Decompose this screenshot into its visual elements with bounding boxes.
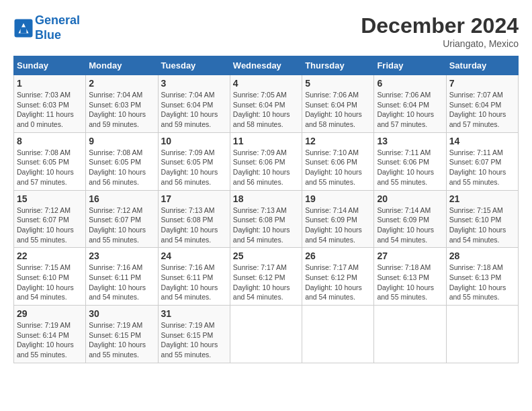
day-info: Sunrise: 7:08 AM Sunset: 6:05 PM Dayligh…	[89, 148, 154, 187]
table-row: 29Sunrise: 7:19 AM Sunset: 6:14 PM Dayli…	[14, 306, 86, 363]
day-number: 28	[449, 250, 515, 261]
day-number: 8	[17, 136, 83, 146]
table-row: 4Sunrise: 7:05 AM Sunset: 6:04 PM Daylig…	[230, 75, 302, 133]
svg-rect-2	[21, 27, 27, 33]
table-row: 6Sunrise: 7:06 AM Sunset: 6:04 PM Daylig…	[374, 75, 446, 133]
logo-icon	[13, 18, 34, 38]
table-row	[302, 306, 374, 363]
calendar-week-row: 15Sunrise: 7:12 AM Sunset: 6:07 PM Dayli…	[14, 190, 519, 248]
day-info: Sunrise: 7:11 AM Sunset: 6:06 PM Dayligh…	[377, 148, 443, 187]
table-row: 17Sunrise: 7:13 AM Sunset: 6:08 PM Dayli…	[158, 190, 230, 248]
table-row: 28Sunrise: 7:18 AM Sunset: 6:13 PM Dayli…	[446, 248, 518, 306]
logo-line2: Blue	[35, 28, 61, 42]
table-row: 13Sunrise: 7:11 AM Sunset: 6:06 PM Dayli…	[374, 132, 446, 190]
day-number: 3	[161, 78, 227, 89]
day-info: Sunrise: 7:13 AM Sunset: 6:08 PM Dayligh…	[161, 205, 227, 245]
calendar-table: Sunday Monday Tuesday Wednesday Thursday…	[13, 56, 519, 363]
day-number: 27	[377, 250, 443, 261]
day-number: 9	[89, 136, 154, 146]
day-number: 4	[233, 78, 299, 89]
day-info: Sunrise: 7:14 AM Sunset: 6:09 PM Dayligh…	[377, 205, 443, 245]
table-row: 10Sunrise: 7:09 AM Sunset: 6:05 PM Dayli…	[158, 132, 230, 190]
day-info: Sunrise: 7:18 AM Sunset: 6:13 PM Dayligh…	[449, 263, 515, 302]
header-monday: Monday	[86, 56, 158, 75]
day-number: 26	[305, 250, 371, 261]
day-info: Sunrise: 7:15 AM Sunset: 6:10 PM Dayligh…	[449, 205, 515, 245]
day-info: Sunrise: 7:13 AM Sunset: 6:08 PM Dayligh…	[233, 205, 299, 245]
table-row: 2Sunrise: 7:04 AM Sunset: 6:03 PM Daylig…	[86, 75, 158, 133]
day-number: 22	[17, 250, 83, 261]
day-info: Sunrise: 7:08 AM Sunset: 6:05 PM Dayligh…	[17, 148, 83, 187]
day-info: Sunrise: 7:17 AM Sunset: 6:12 PM Dayligh…	[305, 263, 371, 302]
table-row: 25Sunrise: 7:17 AM Sunset: 6:12 PM Dayli…	[230, 248, 302, 306]
day-info: Sunrise: 7:19 AM Sunset: 6:15 PM Dayligh…	[89, 320, 154, 360]
day-number: 5	[305, 78, 371, 89]
day-info: Sunrise: 7:19 AM Sunset: 6:14 PM Dayligh…	[17, 320, 83, 360]
day-number: 14	[449, 136, 515, 146]
day-number: 13	[377, 136, 443, 146]
day-number: 19	[305, 193, 371, 204]
table-row: 18Sunrise: 7:13 AM Sunset: 6:08 PM Dayli…	[230, 190, 302, 248]
table-row: 26Sunrise: 7:17 AM Sunset: 6:12 PM Dayli…	[302, 248, 374, 306]
day-info: Sunrise: 7:06 AM Sunset: 6:04 PM Dayligh…	[305, 90, 371, 130]
page-header: General Blue December 2024 Uriangato, Me…	[13, 13, 519, 49]
day-number: 12	[305, 136, 371, 146]
table-row: 24Sunrise: 7:16 AM Sunset: 6:11 PM Dayli…	[158, 248, 230, 306]
header-saturday: Saturday	[446, 56, 518, 75]
day-info: Sunrise: 7:03 AM Sunset: 6:03 PM Dayligh…	[17, 90, 83, 130]
table-row: 3Sunrise: 7:04 AM Sunset: 6:04 PM Daylig…	[158, 75, 230, 133]
calendar-week-row: 29Sunrise: 7:19 AM Sunset: 6:14 PM Dayli…	[14, 306, 519, 363]
day-info: Sunrise: 7:12 AM Sunset: 6:07 PM Dayligh…	[17, 205, 83, 245]
day-info: Sunrise: 7:04 AM Sunset: 6:04 PM Dayligh…	[161, 90, 227, 130]
day-number: 10	[161, 136, 227, 146]
header-thursday: Thursday	[302, 56, 374, 75]
table-row	[230, 306, 302, 363]
day-number: 2	[89, 78, 154, 89]
day-info: Sunrise: 7:16 AM Sunset: 6:11 PM Dayligh…	[161, 263, 227, 302]
day-number: 31	[161, 308, 227, 319]
table-row: 11Sunrise: 7:09 AM Sunset: 6:06 PM Dayli…	[230, 132, 302, 190]
day-info: Sunrise: 7:11 AM Sunset: 6:07 PM Dayligh…	[449, 148, 515, 187]
table-row	[446, 306, 518, 363]
day-info: Sunrise: 7:10 AM Sunset: 6:06 PM Dayligh…	[305, 148, 371, 187]
header-friday: Friday	[374, 56, 446, 75]
day-number: 29	[17, 308, 83, 319]
table-row: 30Sunrise: 7:19 AM Sunset: 6:15 PM Dayli…	[86, 306, 158, 363]
day-info: Sunrise: 7:12 AM Sunset: 6:07 PM Dayligh…	[89, 205, 154, 245]
day-info: Sunrise: 7:15 AM Sunset: 6:10 PM Dayligh…	[17, 263, 83, 302]
day-info: Sunrise: 7:14 AM Sunset: 6:09 PM Dayligh…	[305, 205, 371, 245]
day-info: Sunrise: 7:09 AM Sunset: 6:06 PM Dayligh…	[233, 148, 299, 187]
table-row: 7Sunrise: 7:07 AM Sunset: 6:04 PM Daylig…	[446, 75, 518, 133]
day-number: 23	[89, 250, 154, 261]
table-row: 1Sunrise: 7:03 AM Sunset: 6:03 PM Daylig…	[14, 75, 86, 133]
month-title: December 2024	[361, 13, 519, 38]
calendar-header-row: Sunday Monday Tuesday Wednesday Thursday…	[14, 56, 519, 75]
title-block: December 2024 Uriangato, Mexico	[361, 13, 519, 49]
table-row: 22Sunrise: 7:15 AM Sunset: 6:10 PM Dayli…	[14, 248, 86, 306]
day-info: Sunrise: 7:19 AM Sunset: 6:15 PM Dayligh…	[161, 320, 227, 360]
day-number: 11	[233, 136, 299, 146]
table-row: 9Sunrise: 7:08 AM Sunset: 6:05 PM Daylig…	[86, 132, 158, 190]
day-number: 17	[161, 193, 227, 204]
location: Uriangato, Mexico	[361, 38, 519, 49]
day-number: 7	[449, 78, 515, 89]
table-row: 14Sunrise: 7:11 AM Sunset: 6:07 PM Dayli…	[446, 132, 518, 190]
day-number: 21	[449, 193, 515, 204]
calendar-week-row: 1Sunrise: 7:03 AM Sunset: 6:03 PM Daylig…	[14, 75, 519, 133]
day-info: Sunrise: 7:18 AM Sunset: 6:13 PM Dayligh…	[377, 263, 443, 302]
header-tuesday: Tuesday	[158, 56, 230, 75]
table-row: 23Sunrise: 7:16 AM Sunset: 6:11 PM Dayli…	[86, 248, 158, 306]
table-row: 19Sunrise: 7:14 AM Sunset: 6:09 PM Dayli…	[302, 190, 374, 248]
day-info: Sunrise: 7:07 AM Sunset: 6:04 PM Dayligh…	[449, 90, 515, 130]
day-number: 6	[377, 78, 443, 89]
table-row: 31Sunrise: 7:19 AM Sunset: 6:15 PM Dayli…	[158, 306, 230, 363]
day-info: Sunrise: 7:09 AM Sunset: 6:05 PM Dayligh…	[161, 148, 227, 187]
day-info: Sunrise: 7:06 AM Sunset: 6:04 PM Dayligh…	[377, 90, 443, 130]
day-info: Sunrise: 7:16 AM Sunset: 6:11 PM Dayligh…	[89, 263, 154, 302]
day-number: 20	[377, 193, 443, 204]
header-sunday: Sunday	[14, 56, 86, 75]
day-number: 30	[89, 308, 154, 319]
day-number: 18	[233, 193, 299, 204]
day-info: Sunrise: 7:17 AM Sunset: 6:12 PM Dayligh…	[233, 263, 299, 302]
table-row: 21Sunrise: 7:15 AM Sunset: 6:10 PM Dayli…	[446, 190, 518, 248]
